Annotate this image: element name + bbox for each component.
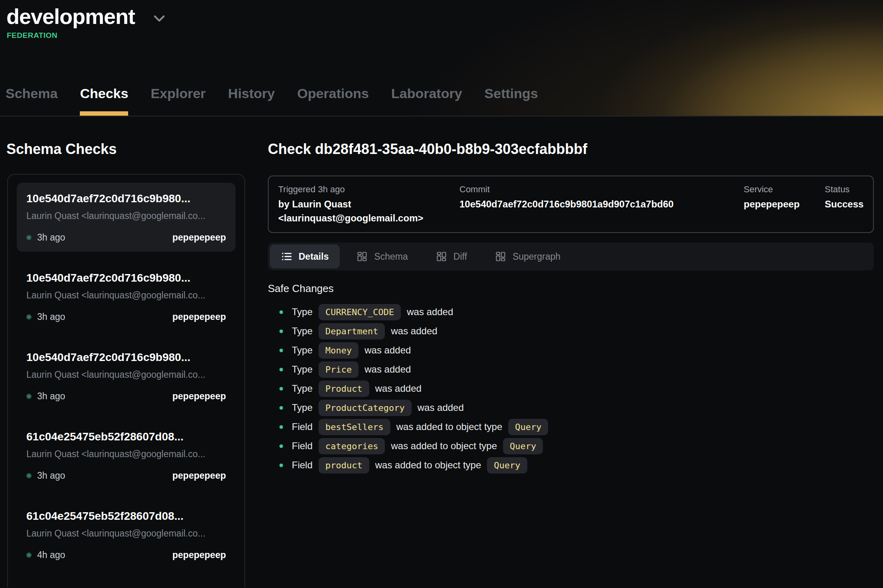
columns-icon <box>436 251 447 262</box>
code-chip: categories <box>319 438 385 454</box>
triggered-by: by Laurin Quast <box>278 197 459 211</box>
columns-icon <box>356 251 368 262</box>
change-text: was added <box>407 306 453 318</box>
check-service: pepepepeep <box>172 391 226 402</box>
columns-icon <box>356 251 368 262</box>
change-text: Field <box>292 460 313 471</box>
change-row: TypeProductwas added <box>268 379 874 398</box>
nav-tab-checks[interactable]: Checks <box>80 85 128 116</box>
meta-triggered: Triggered 3h ago by Laurin Quast <laurin… <box>278 184 459 225</box>
check-service: pepepepeep <box>172 550 226 560</box>
view-tab-label: Details <box>299 251 329 262</box>
view-tab-label: Diff <box>453 251 467 262</box>
project-type-badge: FEDERATION <box>7 31 883 40</box>
nav-tab-operations[interactable]: Operations <box>297 85 368 116</box>
nav-tab-label: Explorer <box>150 86 206 101</box>
code-chip: Query <box>508 419 548 435</box>
check-list-item[interactable]: 10e540d7aef72c0d716c9b980... Laurin Quas… <box>17 341 236 410</box>
check-service: pepepepeep <box>172 312 226 322</box>
check-detail-panel: Check db28f481-35aa-40b0-b8b9-303ecfabbb… <box>252 116 883 587</box>
nav-tab-label: Settings <box>485 86 538 101</box>
code-chip: ProductCategory <box>319 400 412 416</box>
code-chip: Money <box>319 342 358 359</box>
checks-sidebar: Schema Checks 10e540d7aef72c0d716c9b980.… <box>0 116 252 587</box>
commit-hash: 10e540d7aef72c0d716c9b9801a9d907c1a7bd60 <box>459 197 744 211</box>
change-row: TypeCURRENCY_CODEwas added <box>268 302 874 322</box>
check-time: 3h ago <box>37 470 65 481</box>
check-status-dot <box>26 552 32 558</box>
change-text: Type <box>292 383 313 394</box>
check-title: Check db28f481-35aa-40b0-b8b9-303ecfabbb… <box>268 140 874 158</box>
change-row: TypeDepartmentwas added <box>268 322 874 341</box>
nav-tab-settings[interactable]: Settings <box>485 85 538 116</box>
check-meta-row: 3h ago pepepepeep <box>26 232 226 243</box>
target-name[interactable]: development <box>6 3 135 30</box>
change-row: TypeProductCategorywas added <box>268 398 874 417</box>
code-chip: Price <box>319 361 358 378</box>
bullet-icon <box>279 464 283 467</box>
nav-tab-history[interactable]: History <box>228 85 275 116</box>
change-text: was added <box>391 326 437 337</box>
change-text: Type <box>292 306 313 318</box>
content: Schema Checks 10e540d7aef72c0d716c9b980.… <box>0 116 883 587</box>
chevron-down-icon[interactable] <box>153 15 165 23</box>
sidebar-title: Schema Checks <box>6 140 252 158</box>
bullet-icon <box>279 349 283 352</box>
change-row: FieldbestSellerswas added to object type… <box>268 417 874 436</box>
change-text: was added to object type <box>396 421 503 432</box>
status-label: Status <box>825 184 863 195</box>
change-text: Field <box>292 440 313 452</box>
triggered-email: <laurinquast@googlemail.com> <box>278 211 459 225</box>
columns-icon <box>495 251 506 262</box>
change-text: Type <box>292 364 313 375</box>
nav-tab-laboratory[interactable]: Laboratory <box>391 85 462 116</box>
check-meta-row: 3h ago pepepepeep <box>26 312 226 322</box>
nav-tab-schema[interactable]: Schema <box>6 85 57 116</box>
check-author: Laurin Quast <laurinquast@googlemail.co.… <box>26 369 226 381</box>
check-status-dot <box>26 394 32 399</box>
view-tab-diff[interactable]: Diff <box>425 245 478 268</box>
check-author: Laurin Quast <laurinquast@googlemail.co.… <box>26 527 226 539</box>
change-text: Type <box>292 345 313 356</box>
check-time: 3h ago <box>37 232 65 243</box>
code-chip: product <box>319 457 369 474</box>
check-list-item[interactable]: 61c04e25475eb52f28607d08... Laurin Quast… <box>17 500 236 569</box>
change-text: Type <box>292 402 313 413</box>
code-chip: Query <box>503 438 543 454</box>
check-list-item[interactable]: 61c04e25475eb52f28607d08... Laurin Quast… <box>17 421 236 490</box>
code-chip: Product <box>319 381 369 397</box>
change-row: Fieldcategorieswas added to object typeQ… <box>268 436 874 456</box>
nav-tab-explorer[interactable]: Explorer <box>150 85 206 116</box>
view-tab-schema[interactable]: Schema <box>345 245 419 268</box>
check-list-item[interactable]: 10e540d7aef72c0d716c9b980... Laurin Quas… <box>17 183 236 252</box>
list-icon <box>281 251 292 262</box>
columns-icon <box>436 251 447 262</box>
bullet-icon <box>279 310 283 314</box>
check-meta-row: 4h ago pepepepeep <box>26 550 226 560</box>
check-list: 10e540d7aef72c0d716c9b980... Laurin Quas… <box>7 174 245 587</box>
view-tab-details[interactable]: Details <box>270 245 340 268</box>
bullet-icon <box>279 444 283 448</box>
service-label: Service <box>744 184 825 195</box>
nav-tab-label: Schema <box>6 86 57 101</box>
check-list-item[interactable]: 10e540d7aef72c0d716c9b980... Laurin Quas… <box>17 262 236 331</box>
change-row: TypeMoneywas added <box>268 341 874 360</box>
target-selector[interactable]: development <box>0 0 883 30</box>
status-value: Success <box>825 197 863 211</box>
service-name: pepepepeep <box>744 197 825 211</box>
view-tab-supergraph[interactable]: Supergraph <box>484 245 572 268</box>
bullet-icon <box>279 406 283 410</box>
changes-title: Safe Changes <box>268 282 874 295</box>
check-author: Laurin Quast <laurinquast@googlemail.co.… <box>26 448 226 460</box>
check-service: pepepepeep <box>172 232 226 243</box>
check-commit: 61c04e25475eb52f28607d08... <box>26 430 226 444</box>
check-time: 4h ago <box>37 550 65 560</box>
view-tab-label: Schema <box>374 251 408 262</box>
check-time: 3h ago <box>37 312 65 322</box>
check-author: Laurin Quast <laurinquast@googlemail.co.… <box>26 210 226 222</box>
check-meta-row: 3h ago pepepepeep <box>26 391 226 402</box>
check-commit: 61c04e25475eb52f28607d08... <box>26 509 226 523</box>
check-commit: 10e540d7aef72c0d716c9b980... <box>26 350 226 365</box>
change-text: Field <box>292 421 313 432</box>
project-header: development FEDERATION SchemaChecksExplo… <box>0 0 883 116</box>
